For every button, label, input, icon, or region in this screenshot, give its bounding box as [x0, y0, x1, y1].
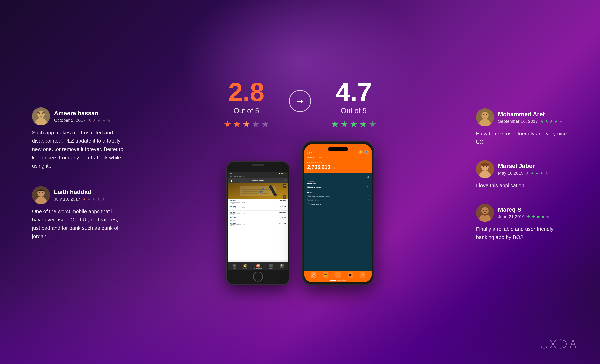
- new-phone-screen: بنك الأردن Bank of Jordan 🔔 0 👤: [304, 144, 372, 282]
- new-tab-accounts[interactable]: Accounts: [307, 156, 314, 160]
- reviewer-header-3: Mohammed Aref September 16, 2017 ★ ★ ★ ★…: [476, 108, 568, 126]
- old-transaction-1-left: 269579940 E-Transfer Customer no 50221 /…: [230, 200, 245, 204]
- star-1-5: ★: [107, 118, 111, 123]
- new-profile-btn[interactable]: 👤: [364, 150, 369, 154]
- new-phone-screen-inner: بنك الأردن Bank of Jordan 🔔 0 👤: [304, 144, 372, 282]
- star-2-2: ★: [87, 196, 91, 202]
- old-phone-home-button[interactable]: [253, 272, 263, 282]
- new-tabs-bar: Accounts Deals Loans: [304, 156, 372, 160]
- reviewer-name-4: Marsel Jaber: [498, 163, 549, 169]
- new-info-icon[interactable]: ⓘ: [366, 175, 369, 179]
- new-menu-icon[interactable]: ≡: [307, 176, 309, 179]
- new-opened-in-value: Abdali Mall Branch: [307, 187, 321, 189]
- reviewer-header-4: Marsel Jaber May 18,2019 ★ ★ ★ ★ ★: [476, 160, 568, 178]
- old-nav-star[interactable]: ⭐: [280, 264, 284, 269]
- old-nav-payments-label: Payments: [243, 268, 247, 269]
- old-transaction-2: 269579960 E-Transfer Customer no 50221 /…: [228, 205, 288, 211]
- new-section-controls: ≡ ⓘ: [304, 173, 372, 181]
- new-tab-loans[interactable]: Loans: [326, 156, 330, 160]
- new-detail-currency: Currency JOD (Jordanian Dinar): [307, 203, 369, 205]
- left-reviews-section: Ameera hassan October 5, 2017 ★ ★ ★ ★ ★: [20, 107, 124, 257]
- new-detail-iban: IBAN JO86 BJOR 0097 0000 0000 0131 0004 …: [307, 195, 369, 197]
- new-heart-icon: ♥: [307, 162, 308, 163]
- reviewer-info-5: Mareq S June 21,2019 ★ ★ ★ ★ ★: [498, 206, 550, 219]
- old-star-5: ★: [261, 119, 269, 129]
- old-transaction-1-id: 269579940: [230, 200, 245, 202]
- new-copy-icon: □: [323, 162, 324, 163]
- old-transaction-4-left: 269577930 E-Transfer Customer no 50221 /…: [230, 217, 245, 221]
- old-transaction-3: 269577810 E-Transfer Customer no 50221 /…: [228, 211, 288, 216]
- old-phone: 9:41 ▲ 📶 🔋 📸 Saving screenshot.: [226, 161, 290, 285]
- star-4-2: ★: [530, 171, 534, 176]
- old-notification-text: Saving screenshot...: [233, 176, 245, 177]
- new-nav-transfer-btn[interactable]: ↕: [335, 272, 341, 278]
- old-transfers-icon: ↔: [269, 264, 273, 268]
- new-account-number-value: 00 0000 0131 0004 54: [307, 200, 319, 201]
- old-transaction-4-amount: USD 22.66: [280, 217, 286, 221]
- old-nav-transactions[interactable]: 📋 Transaction Activities: [254, 264, 262, 269]
- reviewer-header-2: Laith haddad July 18, 2017 ★ ★ ★ ★ ★: [32, 186, 124, 204]
- old-nav-payments[interactable]: 💰 Payments: [243, 264, 247, 269]
- old-load-more[interactable]: Load More Records..: [275, 261, 286, 261]
- reviewer-header-5: Mareq S June 21,2019 ★ ★ ★ ★ ★: [476, 204, 568, 222]
- old-nav-transfers[interactable]: ↔ Transfers: [269, 264, 273, 269]
- new-rating-stars: ★ ★ ★ ★ ★: [331, 119, 376, 129]
- reviewer-name-5: Mareq S: [498, 206, 550, 213]
- new-nav-bank-btn[interactable]: 🏛: [347, 272, 353, 278]
- reviewer-name-1: Ameera hassan: [54, 110, 111, 117]
- old-transaction-4-date: 17-03-2014: [230, 220, 245, 221]
- new-opened-in-content: Opened in Abdali Mall Branch: [307, 186, 321, 189]
- old-nav-services[interactable]: ⚙ Services: [232, 264, 236, 269]
- avatar-laith: [32, 186, 50, 204]
- new-nav-more-btn[interactable]: •••: [360, 272, 366, 278]
- star-2-4: ★: [97, 196, 101, 202]
- star-5-4: ★: [541, 214, 545, 219]
- old-star-1: ★: [224, 119, 231, 129]
- review-card-1: Ameera hassan October 5, 2017 ★ ★ ★ ★ ★: [32, 107, 124, 170]
- old-header-title: Account Activity: [252, 180, 264, 182]
- right-reviews-section: Mohammed Aref September 16, 2017 ★ ★ ★ ★…: [476, 108, 580, 256]
- reviewer-stars-2: ★ ★ ★ ★ ★: [82, 196, 105, 202]
- old-transaction-5-id: 269577940: [230, 223, 245, 224]
- new-tab-deals[interactable]: Deals: [318, 156, 322, 160]
- old-screen-content: 9:41 ▲ 📶 🔋 📸 Saving screenshot.: [228, 172, 288, 271]
- new-dot-3: [342, 280, 346, 281]
- old-transaction-3-amount: JOD 90.000: [279, 211, 286, 215]
- review-card-4: Marsel Jaber May 18,2019 ★ ★ ★ ★ ★: [476, 160, 568, 190]
- svg-point-26: [486, 166, 487, 167]
- old-transaction-4: 269577930 E-Transfer Customer no 50221 /…: [228, 216, 288, 222]
- star-1-2: ★: [92, 118, 96, 123]
- old-share-icon: ⬆: [284, 180, 286, 182]
- old-transaction-4-id: 269577930: [230, 217, 245, 218]
- content-wrapper: Ameera hassan October 5, 2017 ★ ★ ★ ★ ★: [20, 22, 580, 342]
- old-notification-bar: 📸 Saving screenshot...: [228, 175, 288, 178]
- reviewer-stars-3: ★ ★ ★ ★ ★: [540, 119, 563, 124]
- review-text-1: Such app makes me frustrated and disappo…: [32, 129, 124, 170]
- old-wifi-icon: ▲: [279, 173, 281, 174]
- new-star-2: ★: [340, 119, 348, 129]
- new-detail-opening-date: Opening date 21 JUL 2014: [307, 181, 369, 184]
- new-notification-btn[interactable]: 🔔 0: [358, 150, 363, 154]
- reviewer-stars-1: ★ ★ ★ ★ ★: [88, 118, 111, 123]
- new-star-3: ★: [350, 119, 358, 129]
- reviewer-date-5: June 21,2019: [498, 214, 525, 219]
- new-nav-home-btn[interactable]: 🏠: [311, 272, 316, 278]
- new-balance-currency: JOD: [332, 167, 336, 169]
- reviewer-name-2: Laith haddad: [54, 189, 105, 196]
- review-text-5: Finally a reliable and user friendly ban…: [476, 225, 568, 242]
- new-details-section: ≡ ⓘ Opening date 21 JUL 2014: [304, 173, 372, 271]
- new-share-account-icon[interactable]: ⬆: [367, 199, 369, 201]
- new-nav-card-btn[interactable]: 💳: [323, 272, 328, 278]
- new-account-text: Salary account ***454: [309, 162, 322, 163]
- star-3-2: ★: [544, 119, 549, 124]
- old-records-info: 5 of 12 records loaded Load More Records…: [228, 260, 288, 262]
- new-share-iban-icon[interactable]: ⬆: [367, 195, 369, 197]
- old-screenshot-icon: 📸: [230, 176, 232, 177]
- new-notification-badge: 0: [362, 149, 363, 151]
- new-detail-opened-in: Opened in Abdali Mall Branch 📍: [307, 186, 369, 189]
- new-bank-name-english: Bank of Jordan: [307, 153, 315, 154]
- old-header: ◀ Account Activity ⬆: [228, 178, 288, 183]
- avatar-marsel: [476, 160, 494, 178]
- old-transaction-5-date: 17-03-2014: [230, 225, 245, 226]
- svg-point-28: [481, 207, 489, 215]
